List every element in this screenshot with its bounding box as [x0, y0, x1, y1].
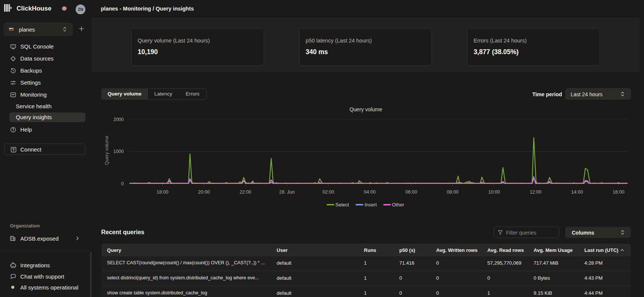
svg-text:12:00: 12:00 [530, 189, 541, 195]
svg-text:2000: 2000 [113, 117, 124, 122]
svg-text:20:00: 20:00 [198, 189, 210, 195]
svg-text:16:00: 16:00 [613, 189, 624, 195]
svg-text:0: 0 [121, 181, 124, 186]
svg-text:06:00: 06:00 [406, 189, 417, 195]
svg-text:aws: aws [9, 27, 14, 30]
svg-text:1000: 1000 [113, 149, 124, 154]
svg-text:Select: Select [336, 202, 349, 208]
svg-text:08:00: 08:00 [447, 189, 459, 195]
svg-text:Query volume: Query volume [349, 106, 382, 112]
svg-text:10:00: 10:00 [488, 189, 500, 195]
svg-text:28. Jun: 28. Jun [279, 189, 295, 195]
svg-text:02:00: 02:00 [322, 189, 334, 195]
svg-text:Insert: Insert [365, 202, 377, 208]
svg-text:04:00: 04:00 [364, 189, 375, 195]
svg-text:Query volume: Query volume [104, 136, 109, 165]
svg-text:22:00: 22:00 [240, 189, 251, 195]
svg-text:14:00: 14:00 [571, 189, 583, 195]
svg-text:18:00: 18:00 [156, 189, 168, 195]
svg-text:Other: Other [392, 202, 404, 208]
